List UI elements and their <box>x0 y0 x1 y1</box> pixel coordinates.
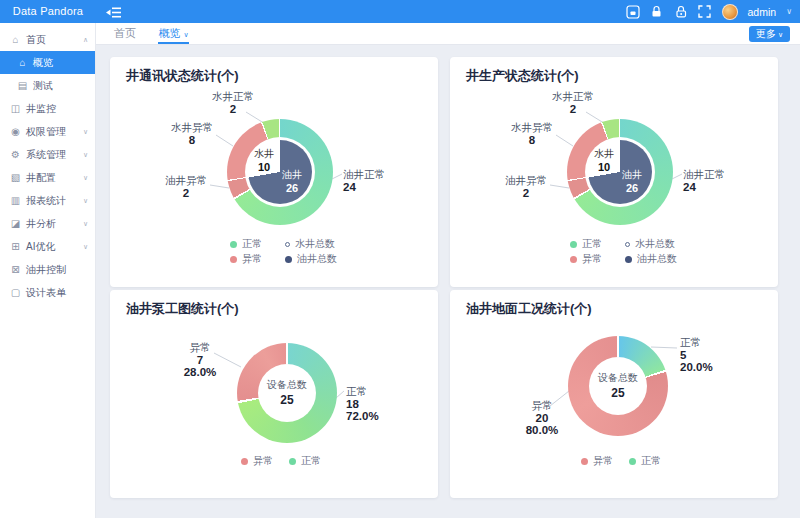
inner-oil-label: 油井 26 <box>272 168 312 194</box>
chevron-down-icon: ∨ <box>83 128 88 136</box>
tab-chevron-down-icon[interactable]: ∨ <box>183 31 188 38</box>
callout-oil-normal: 油井正常 24 <box>343 168 413 193</box>
green-dot-icon <box>629 458 636 465</box>
home-icon: ⌂ <box>10 34 21 45</box>
callout-water-abnormal: 水井异常 8 <box>502 121 562 146</box>
sidebar-item-overview[interactable]: ⌂ 概览 <box>0 51 95 74</box>
sidebar-item-well-analysis[interactable]: ◪ 井分析 ∨ <box>0 212 95 235</box>
chart-title: 油井地面工况统计(个) <box>466 300 592 318</box>
chart-legend: 正常 水井总数 异常 油井总数 <box>230 237 337 266</box>
chart-icon: ▥ <box>10 195 21 206</box>
main-content: 井通讯状态统计(个) 水井 10 油井 26 水井正常 2 水井异常 8 <box>96 45 800 518</box>
legend-oil-total[interactable]: 油井总数 <box>625 252 677 266</box>
sidebar-item-permission[interactable]: ◉ 权限管理 ∨ <box>0 120 95 143</box>
chart-title: 井生产状态统计(个) <box>466 67 579 85</box>
legend-water-total[interactable]: 水井总数 <box>285 237 335 251</box>
form-icon: ▢ <box>10 287 21 298</box>
callout-normal: 正常 18 72.0% <box>346 385 406 423</box>
overview-icon: ⌂ <box>17 57 28 68</box>
callout-oil-abnormal: 油井异常 2 <box>496 174 556 199</box>
red-dot-icon <box>581 458 588 465</box>
green-dot-icon <box>230 241 237 248</box>
tab-overview[interactable]: 概览∨ <box>158 23 188 44</box>
legend-normal[interactable]: 正常 <box>570 237 625 251</box>
gear-icon: ⚙ <box>10 149 21 160</box>
chart-card-production-status: 井生产状态统计(个) 水井 10 油井 26 水井正常 2 水井异常 8 <box>450 57 778 287</box>
legend-abnormal[interactable]: 异常 <box>570 252 625 266</box>
legend-normal[interactable]: 正常 <box>289 454 321 468</box>
chart-card-comm-status: 井通讯状态统计(个) 水井 10 油井 26 水井正常 2 水井异常 8 <box>110 57 438 287</box>
chevron-down-icon: ∨ <box>83 220 88 228</box>
callout-water-abnormal: 水井异常 8 <box>162 121 222 146</box>
inner-ring[interactable]: 水井 10 油井 26 <box>588 140 652 204</box>
sidebar-item-ai-optimize[interactable]: ⊞ AI优化 ∨ <box>0 235 95 258</box>
more-chevron-down-icon: ∨ <box>778 31 783 38</box>
sidebar-item-well-config[interactable]: ▧ 井配置 ∨ <box>0 166 95 189</box>
fullscreen-icon[interactable] <box>698 5 712 19</box>
chevron-down-icon: ∨ <box>83 197 88 205</box>
sidebar-item-well-control[interactable]: ⊠ 油井控制 <box>0 258 95 281</box>
chart-card-surface-condition: 油井地面工况统计(个) 设备总数 25 正常 5 20.0% 异常 20 80.… <box>450 290 778 498</box>
control-icon: ⊠ <box>10 264 21 275</box>
app-logo: Data Pandora <box>0 0 96 23</box>
chevron-up-icon: ∧ <box>83 36 88 44</box>
chart-legend: 正常 水井总数 异常 油井总数 <box>570 237 677 266</box>
user-chevron-down-icon[interactable]: ∨ <box>786 7 792 16</box>
chart-card-pump-diagram: 油井泵工图统计(个) 设备总数 25 异常 7 28.0% 正常 18 72.0… <box>110 290 438 498</box>
sidebar-item-report-stats[interactable]: ▥ 报表统计 ∨ <box>0 189 95 212</box>
center-label: 设备总数 25 <box>589 371 647 400</box>
legend-abnormal[interactable]: 异常 <box>230 252 285 266</box>
analysis-icon: ◪ <box>10 218 21 229</box>
sidebar: ⌂ 首页 ∧ ⌂ 概览 ▤ 测试 ◫ 井监控 ◉ 权限管理 ∨ ⚙ 系统管理 ∨… <box>0 23 96 518</box>
header-actions: admin ∨ <box>626 0 792 23</box>
legend-water-total[interactable]: 水井总数 <box>625 237 675 251</box>
chart-legend: 异常 正常 <box>241 454 321 468</box>
user-group-icon: ◉ <box>10 126 21 137</box>
monitor-icon: ◫ <box>10 103 21 114</box>
user-name[interactable]: admin <box>748 6 777 18</box>
inner-oil-label: 油井 26 <box>612 168 652 194</box>
hollow-dot-icon <box>285 242 290 247</box>
sidebar-item-well-monitor[interactable]: ◫ 井监控 <box>0 97 95 120</box>
legend-normal[interactable]: 正常 <box>230 237 285 251</box>
sidebar-item-form-design[interactable]: ▢ 设计表单 <box>0 281 95 304</box>
callout-oil-abnormal: 油井异常 2 <box>156 174 216 199</box>
folder-icon: ▧ <box>10 172 21 183</box>
legend-normal[interactable]: 正常 <box>629 454 661 468</box>
chevron-down-icon: ∨ <box>83 151 88 159</box>
menu-fold-icon[interactable] <box>106 5 122 18</box>
navy-dot-icon <box>625 256 632 263</box>
legend-oil-total[interactable]: 油井总数 <box>285 252 337 266</box>
inner-ring[interactable]: 水井 10 油井 26 <box>248 140 312 204</box>
unlock-icon[interactable] <box>674 5 688 19</box>
chevron-down-icon: ∨ <box>83 174 88 182</box>
red-dot-icon <box>230 256 237 263</box>
lock-icon[interactable] <box>650 5 664 19</box>
document-icon: ▤ <box>17 80 28 91</box>
green-dot-icon <box>289 458 296 465</box>
tab-home[interactable]: 首页 <box>114 23 136 44</box>
app-header: Data Pandora <box>0 0 800 23</box>
red-dot-icon <box>570 256 577 263</box>
scan-icon[interactable] <box>626 5 640 19</box>
sidebar-item-test[interactable]: ▤ 测试 <box>0 74 95 97</box>
callout-normal: 正常 5 20.0% <box>680 336 740 374</box>
navy-dot-icon <box>285 256 292 263</box>
red-dot-icon <box>241 458 248 465</box>
callout-abnormal: 异常 7 28.0% <box>170 341 230 379</box>
legend-abnormal[interactable]: 异常 <box>581 454 613 468</box>
chart-legend: 异常 正常 <box>581 454 661 468</box>
chevron-down-icon: ∨ <box>83 243 88 251</box>
user-avatar[interactable] <box>722 4 738 20</box>
ai-icon: ⊞ <box>10 241 21 252</box>
chart-title: 油井泵工图统计(个) <box>126 300 239 318</box>
sidebar-item-home[interactable]: ⌂ 首页 ∧ <box>0 28 95 51</box>
tab-bar: 首页 概览∨ 更多∨ <box>96 23 800 45</box>
more-button[interactable]: 更多∨ <box>749 26 790 42</box>
center-label: 设备总数 25 <box>258 378 316 407</box>
green-dot-icon <box>570 241 577 248</box>
callout-water-normal: 水井正常 2 <box>203 90 263 115</box>
chart-title: 井通讯状态统计(个) <box>126 67 239 85</box>
legend-abnormal[interactable]: 异常 <box>241 454 273 468</box>
sidebar-item-system[interactable]: ⚙ 系统管理 ∨ <box>0 143 95 166</box>
